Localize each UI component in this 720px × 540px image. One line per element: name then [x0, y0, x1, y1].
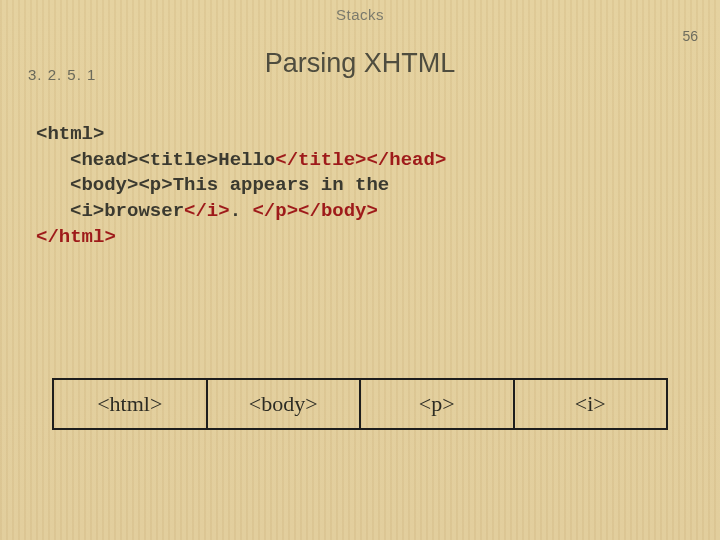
code-line-4c: </i> [184, 200, 230, 222]
code-line-1: <html> [36, 123, 104, 145]
stack-cell: <i> [515, 380, 667, 428]
code-line-2a: <head><title> [70, 149, 218, 171]
code-line-3a: <body><p> [70, 174, 173, 196]
page-number: 56 [682, 28, 698, 44]
stack-cell: <body> [208, 380, 362, 428]
header-label: Stacks [0, 6, 720, 23]
code-line-4a: <i> [70, 200, 104, 222]
stack-row: <html> <body> <p> <i> [52, 378, 668, 430]
code-line-4d: . [230, 200, 253, 222]
code-line-2c: </title></head> [275, 149, 446, 171]
title-row: 3. 2. 5. 1 Parsing XHTML [0, 48, 720, 88]
code-line-4e: </p></body> [252, 200, 377, 222]
code-line-2b: Hello [218, 149, 275, 171]
code-line-5: </html> [36, 226, 116, 248]
stack-cell: <html> [54, 380, 208, 428]
stack-cell: <p> [361, 380, 515, 428]
code-block: <html> <head><title>Hello</title></head>… [36, 122, 446, 250]
code-line-3b: This appears in the [173, 174, 390, 196]
code-line-4b: browser [104, 200, 184, 222]
slide-title: Parsing XHTML [0, 48, 720, 79]
